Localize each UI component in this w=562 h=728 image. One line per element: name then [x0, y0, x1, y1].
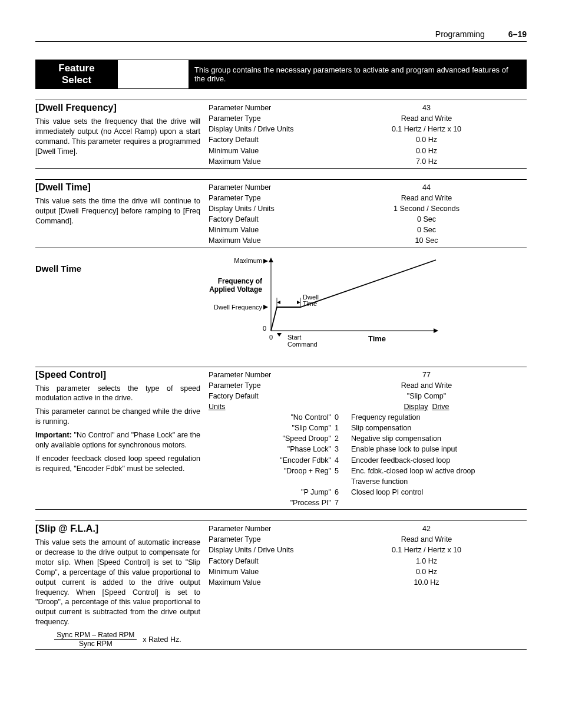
kv-label: Factory Default	[209, 391, 326, 401]
desc-line: If encoder feedback closed loop speed re…	[35, 454, 200, 474]
kv-label: Parameter Number	[209, 103, 326, 113]
svg-text:Applied Voltage: Applied Voltage	[209, 285, 262, 294]
svg-marker-2	[269, 258, 273, 262]
svg-marker-9	[297, 301, 300, 304]
svg-marker-8	[277, 301, 280, 304]
opt-expl: Encoder feedback-closed loop	[351, 455, 527, 466]
param-dwell-frequency: [Dwell Frequency] This value sets the fr…	[35, 100, 527, 169]
opt-num	[335, 476, 345, 487]
kv-label: Maximum Value	[209, 156, 326, 167]
kv-label: Parameter Type	[209, 534, 326, 545]
svg-marker-4	[263, 259, 268, 263]
kv-value: 10.0 Hz	[326, 577, 527, 588]
opt-expl: Negative slip compensation	[351, 433, 527, 444]
opt-num: 7	[335, 498, 345, 508]
kv-values: 77 Read and Write "Slip Comp" Display Dr…	[326, 370, 527, 413]
kv-labels: Parameter Number Parameter Type Factory …	[209, 370, 326, 413]
kv-labels: Parameter Number Parameter Type Display …	[209, 523, 326, 588]
opt-display: "P Jump"	[262, 487, 331, 498]
formula-numerator: Sync RPM – Rated RPM	[54, 631, 137, 640]
param-slip-fla: [Slip @ F.L.A.] This value sets the amou…	[35, 521, 527, 650]
param-title: [Slip @ F.L.A.]	[35, 523, 200, 534]
kv-values: 44 Read and Write 1 Second / Seconds 0 S…	[326, 182, 527, 246]
header-section: Programming	[435, 29, 485, 39]
svg-marker-10	[277, 333, 282, 337]
kv-label: Parameter Type	[209, 193, 326, 203]
svg-text:Dwell Frequency: Dwell Frequency	[214, 304, 262, 311]
param-title: [Speed Control]	[35, 370, 200, 380]
kv-value: 0 Sec	[326, 225, 527, 235]
opt-display: "Slip Comp"	[262, 423, 331, 433]
kv-label: Minimum Value	[209, 146, 326, 156]
dwell-time-chart: Maximum Frequency of Applied Voltage Dwe…	[200, 248, 459, 354]
kv-label: Display Units / Drive Units	[209, 124, 326, 134]
opt-num: 6	[335, 487, 345, 498]
header-page-number: 6–19	[508, 29, 527, 39]
kv-value: 43	[326, 103, 527, 113]
kv-value: Read and Write	[326, 193, 527, 203]
kv-label: Parameter Type	[209, 113, 326, 124]
kv-value: 0.0 Hz	[326, 134, 527, 145]
kv-label-units: Units	[209, 401, 326, 412]
param-desc: This value sets the time the drive will …	[35, 196, 200, 226]
param-desc: This value sets the amount of automatic …	[35, 538, 200, 627]
param-desc: This parameter selects the type of speed…	[35, 384, 200, 474]
param-title: [Dwell Frequency]	[35, 103, 200, 113]
opt-display: "Process PI"	[262, 498, 331, 508]
kv-label: Parameter Number	[209, 182, 326, 193]
kv-value: 10 Sec	[326, 235, 527, 246]
feature-title-line1: Feature	[58, 62, 94, 74]
kv-label: Parameter Type	[209, 380, 326, 391]
opt-display: "Encoder Fdbk"	[262, 455, 331, 466]
kv-value: 0.0 Hz	[326, 566, 527, 577]
opt-expl: Enc. fdbk.-closed loop w/ active droop	[351, 466, 527, 476]
opt-num: 4	[335, 455, 345, 466]
param-speed-control: [Speed Control] This parameter selects t…	[35, 367, 527, 510]
opt-expl: Closed loop PI control	[351, 487, 527, 498]
kv-value: 7.0 Hz	[326, 156, 527, 167]
kv-value: 0.0 Hz	[326, 146, 527, 156]
svg-text:Frequency of: Frequency of	[218, 277, 263, 285]
svg-text:Start: Start	[287, 334, 301, 341]
svg-text:Time: Time	[303, 300, 317, 307]
feature-title-line2: Select	[62, 74, 91, 86]
kv-value: 42	[326, 523, 527, 534]
kv-label: Maximum Value	[209, 235, 326, 246]
desc-line: This parameter selects the type of speed…	[35, 384, 200, 404]
svg-text:0: 0	[269, 334, 273, 341]
formula-rhs: x Rated Hz.	[143, 635, 181, 644]
opt-expl: Traverse function	[351, 476, 527, 487]
svg-marker-3	[434, 328, 438, 333]
dwell-time-chart-wrap: Dwell Time Maximum Frequency of Applie	[35, 248, 527, 356]
feature-gap	[118, 60, 189, 88]
kv-label: Display Units / Units	[209, 203, 326, 214]
opt-display: "Droop + Reg"	[262, 466, 331, 476]
kv-label: Parameter Number	[209, 523, 326, 534]
kv-value: 1 Second / Seconds	[326, 203, 527, 214]
kv-label: Minimum Value	[209, 566, 326, 577]
kv-value: Read and Write	[326, 380, 527, 391]
param-title: [Dwell Time]	[35, 182, 200, 193]
kv-value: 44	[326, 182, 527, 193]
kv-label: Factory Default	[209, 134, 326, 145]
opt-display: "Speed Droop"	[262, 433, 331, 444]
kv-value: 77	[326, 370, 527, 380]
kv-label: Maximum Value	[209, 577, 326, 588]
dwell-time-heading: Dwell Time	[35, 263, 200, 274]
opt-display: "Phase Lock"	[262, 444, 331, 454]
slip-formula: Sync RPM – Rated RPM Sync RPM x Rated Hz…	[35, 631, 200, 648]
options-table: "No Control" "Slip Comp" "Speed Droop" "…	[209, 412, 527, 508]
kv-value: 0.1 Hertz / Hertz x 10	[326, 545, 527, 555]
opt-num: 5	[335, 466, 345, 476]
opt-num: 3	[335, 444, 345, 454]
kv-value: 1.0 Hz	[326, 556, 527, 566]
kv-value: 0.1 Hertz / Hertz x 10	[326, 124, 527, 134]
svg-text:Maximum: Maximum	[234, 257, 262, 264]
kv-labels: Parameter Number Parameter Type Display …	[209, 182, 326, 246]
kv-label: Minimum Value	[209, 225, 326, 235]
desc-line: Important: "No Control" and "Phase Lock"…	[35, 430, 200, 450]
svg-text:0: 0	[263, 325, 266, 332]
kv-value: 0 Sec	[326, 214, 527, 225]
opt-expl: Frequency regulation	[351, 412, 527, 423]
kv-label: Factory Default	[209, 214, 326, 225]
